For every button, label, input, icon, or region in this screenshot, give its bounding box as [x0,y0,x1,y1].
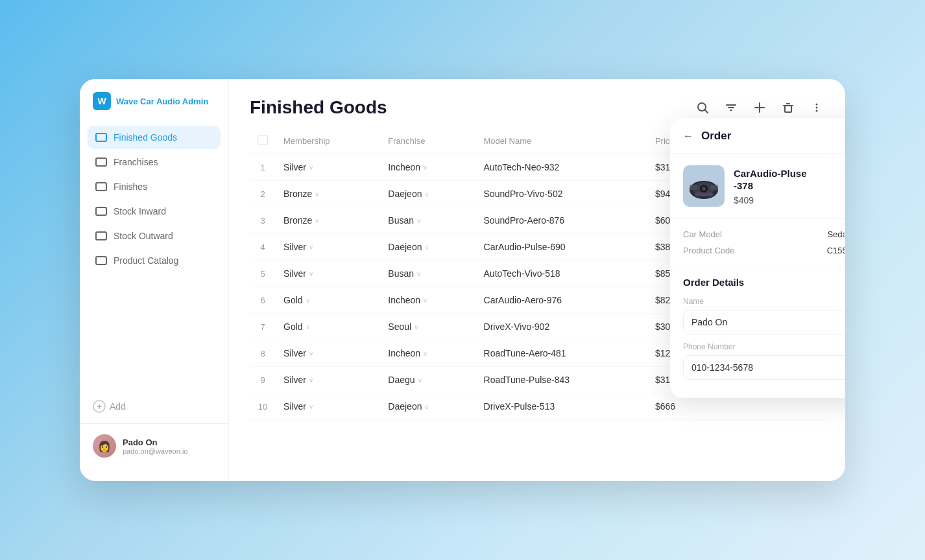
delete-icon[interactable] [780,100,796,115]
main-card: W Wave Car Audio Admin Finished Goods Fr… [80,79,845,481]
name-input[interactable] [683,310,845,334]
car-model-row: Car Model Sedan [683,229,845,239]
row-num: 3 [250,207,276,234]
sidebar-label-stock-inward: Stock Inward [114,206,166,216]
membership-dropdown-icon[interactable]: ∨ [309,377,313,384]
name-label: Name [683,297,845,306]
add-label: Add [110,401,126,412]
user-info: Pado On pado.on@waveon.io [123,438,187,455]
select-all-checkbox[interactable] [258,135,268,145]
row-model: AutoTech-Vivo-518 [476,261,647,287]
row-model: SoundPro-Vivo-502 [476,181,647,207]
toolbar [695,100,824,115]
row-model: RoadTune-Aero-481 [476,340,647,367]
sidebar-item-finishes[interactable]: Finishes [88,175,221,198]
add-circle-icon: + [93,400,106,413]
franchise-dropdown-icon[interactable]: ∨ [414,323,418,331]
sidebar-item-product-catalog[interactable]: Product Catalog [88,249,221,272]
row-franchise: Daejeon ∨ [380,393,475,420]
add-icon[interactable] [752,100,767,115]
filter-icon[interactable] [723,100,739,115]
phone-label: Phone Number [683,342,845,351]
membership-dropdown-icon[interactable]: ∨ [309,350,313,357]
sidebar-item-franchises[interactable]: Franchises [88,150,221,174]
membership-dropdown-icon[interactable]: ∨ [315,191,319,198]
add-button[interactable]: + Add [80,390,228,423]
product-image [683,165,725,207]
row-num: 2 [250,181,276,207]
svg-point-10 [816,104,818,106]
nav-icon-product-catalog [95,256,107,265]
membership-dropdown-icon[interactable]: ∨ [309,270,313,277]
row-num: 1 [250,154,276,181]
back-arrow-icon[interactable]: ← [683,130,693,142]
sidebar-item-finished-goods[interactable]: Finished Goods [88,126,221,149]
membership-dropdown-icon[interactable]: ∨ [309,164,313,171]
row-franchise: Busan ∨ [380,207,475,234]
sidebar: W Wave Car Audio Admin Finished Goods Fr… [80,79,229,481]
row-franchise: Daejeon ∨ [380,234,475,261]
franchise-dropdown-icon[interactable]: ∨ [423,164,427,171]
franchise-dropdown-icon[interactable]: ∨ [423,297,427,304]
app-logo: W Wave Car Audio Admin [80,92,228,126]
svg-rect-18 [695,192,713,196]
membership-dropdown-icon[interactable]: ∨ [306,323,310,331]
sidebar-item-stock-outward[interactable]: Stock Outward [88,224,221,248]
row-membership: Silver ∨ [276,154,380,181]
svg-line-1 [705,110,708,113]
sidebar-label-finished-goods: Finished Goods [114,132,177,143]
svg-rect-19 [690,185,697,190]
franchise-dropdown-icon[interactable]: ∨ [423,350,427,357]
search-icon[interactable] [695,100,710,115]
app-name: Wave Car Audio Admin [116,97,208,106]
order-panel: ← Order CarAudio-Pluse -378 [670,118,845,398]
order-details-title: Order Details [683,277,845,288]
col-membership: Membership [276,128,380,154]
svg-rect-7 [785,106,791,112]
row-num: 6 [250,287,276,314]
logo-icon: W [93,92,111,110]
row-membership: Silver ∨ [276,393,380,420]
name-field-group: Name [683,297,845,334]
membership-dropdown-icon[interactable]: ∨ [309,403,313,410]
row-franchise: Incheon ∨ [380,287,475,314]
row-num: 4 [250,234,276,261]
sidebar-label-franchises: Franchises [114,157,158,167]
order-details-section: Order Details Name Phone Number [670,266,845,398]
sidebar-nav: Finished Goods Franchises Finishes Stock… [80,126,228,390]
row-model: RoadTune-Pulse-843 [476,367,647,393]
phone-input[interactable] [683,355,845,380]
membership-dropdown-icon[interactable]: ∨ [306,297,310,304]
franchise-dropdown-icon[interactable]: ∨ [418,377,422,384]
product-code-label: Product Code [683,246,735,255]
membership-dropdown-icon[interactable]: ∨ [315,217,319,224]
row-franchise: Incheon ∨ [380,154,475,181]
product-code-row: Product Code C1550 [683,246,845,255]
sidebar-item-stock-inward[interactable]: Stock Inward [88,200,221,223]
sidebar-label-finishes: Finishes [114,181,147,192]
membership-dropdown-icon[interactable]: ∨ [309,244,313,251]
row-num: 7 [250,314,276,340]
row-membership: Silver ∨ [276,234,380,261]
row-membership: Bronze ∨ [276,181,380,207]
svg-point-12 [816,110,818,112]
order-panel-header: ← Order [670,118,845,154]
franchise-dropdown-icon[interactable]: ∨ [416,217,421,224]
product-info: CarAudio-Pluse -378 $409 [734,167,807,205]
franchise-dropdown-icon[interactable]: ∨ [424,244,429,251]
row-franchise: Seoul ∨ [380,314,475,340]
page-title: Finished Goods [250,97,387,118]
phone-field-group: Phone Number [683,342,845,380]
car-model-value: Sedan [827,229,845,239]
car-model-label: Car Model [683,229,722,239]
franchise-dropdown-icon[interactable]: ∨ [416,270,421,277]
nav-icon-finished-goods [95,133,107,142]
col-franchise: Franchise [380,128,475,154]
svg-rect-20 [710,185,718,190]
row-membership: Silver ∨ [276,340,380,367]
franchise-dropdown-icon[interactable]: ∨ [424,191,429,198]
franchise-dropdown-icon[interactable]: ∨ [424,403,429,410]
row-franchise: Daejeon ∨ [380,181,475,207]
row-membership: Silver ∨ [276,367,380,393]
more-icon[interactable] [809,100,824,115]
